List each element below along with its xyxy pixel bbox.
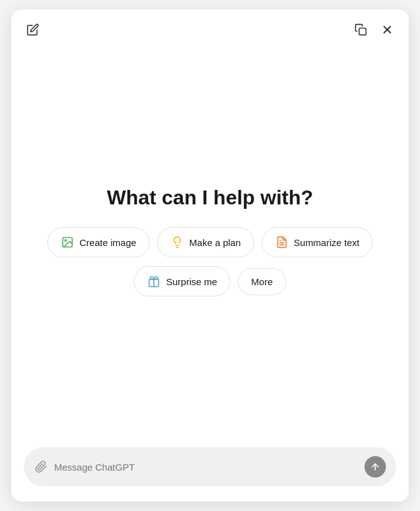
create-image-label: Create image xyxy=(79,237,136,248)
more-label: More xyxy=(251,276,272,287)
svg-rect-0 xyxy=(359,28,366,35)
document-icon xyxy=(275,235,289,249)
main-heading: What can I help with? xyxy=(107,185,313,209)
title-bar-left xyxy=(24,21,42,38)
main-content: What can I help with? Create image xyxy=(11,45,409,437)
svg-point-4 xyxy=(65,240,67,242)
chat-window: What can I help with? Create image xyxy=(11,9,409,502)
suggestions-container: Create image Make a plan xyxy=(47,227,373,297)
summarize-text-button[interactable]: Summarize text xyxy=(262,227,373,257)
copy-window-button[interactable] xyxy=(352,21,370,38)
make-plan-label: Make a plan xyxy=(189,237,241,248)
title-bar xyxy=(11,9,409,45)
message-input[interactable] xyxy=(54,462,358,473)
gift-icon xyxy=(147,274,161,288)
title-bar-right xyxy=(352,21,396,38)
create-image-button[interactable]: Create image xyxy=(47,227,149,257)
make-plan-button[interactable]: Make a plan xyxy=(157,227,254,257)
send-button[interactable] xyxy=(365,456,386,478)
surprise-me-button[interactable]: Surprise me xyxy=(134,266,230,297)
lightbulb-icon xyxy=(170,235,184,249)
input-area xyxy=(24,447,396,486)
close-button[interactable] xyxy=(378,21,396,38)
bottom-bar xyxy=(11,437,409,502)
suggestions-row-2: Surprise me More xyxy=(134,266,286,297)
surprise-me-label: Surprise me xyxy=(166,276,217,287)
more-button[interactable]: More xyxy=(238,268,286,295)
edit-button[interactable] xyxy=(24,21,42,38)
image-icon xyxy=(61,235,74,249)
attach-icon xyxy=(34,460,48,474)
suggestions-row-1: Create image Make a plan xyxy=(47,227,373,257)
summarize-text-label: Summarize text xyxy=(294,237,359,248)
